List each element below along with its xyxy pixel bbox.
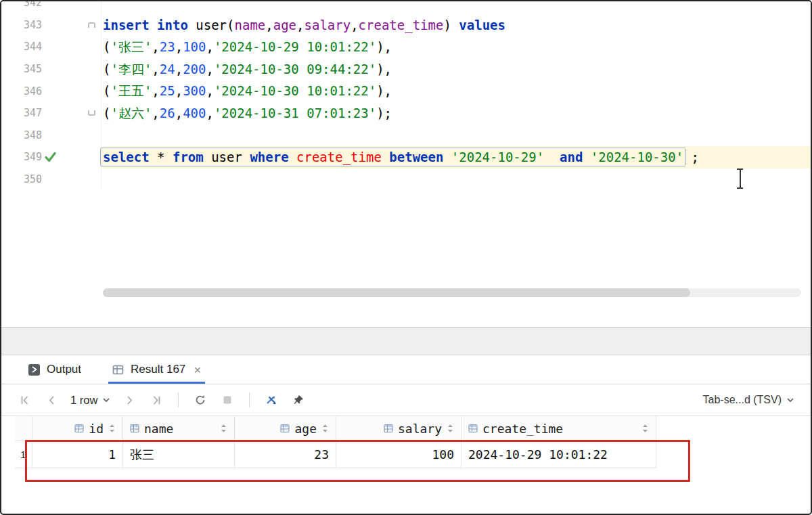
code-text[interactable]: ('张三',23,100,'2024-10-29 10:01:22'), — [102, 36, 811, 58]
last-page-button[interactable] — [146, 390, 166, 409]
column-header-label: id — [89, 422, 104, 436]
code-line[interactable]: 344('张三',23,100,'2024-10-29 10:01:22'), — [1, 36, 811, 58]
ide-window: 342343insert into user(name,age,salary,c… — [0, 0, 812, 515]
code-token: 26 — [160, 106, 175, 120]
editor-gutter[interactable]: 342 — [1, 1, 102, 14]
column-header-salary[interactable]: salary — [336, 416, 461, 441]
sort-icon[interactable] — [321, 424, 329, 433]
code-token: '2024-10-29' — [451, 150, 544, 164]
code-token: create_time — [296, 150, 382, 164]
column-header-create_time[interactable]: create_time — [461, 416, 656, 441]
horizontal-scrollbar[interactable] — [103, 288, 801, 297]
code-line[interactable]: 350 — [1, 169, 811, 191]
scrollbar-thumb[interactable] — [103, 288, 690, 297]
code-token: ( — [103, 39, 110, 54]
code-line[interactable]: 347('赵六',26,400,'2024-10-31 07:01:23'); — [1, 102, 811, 125]
code-line[interactable]: 349select * from user where create_time … — [1, 146, 811, 169]
column-icon — [280, 424, 290, 433]
line-number: 342 — [1, 1, 42, 9]
code-text[interactable]: ('李四',24,200,'2024-10-30 09:44:22'), — [102, 58, 811, 81]
column-icon — [384, 424, 393, 433]
toolbar-separator — [249, 393, 250, 407]
editor-gutter[interactable]: 345 — [1, 58, 102, 81]
tab-output[interactable]: Output — [24, 355, 85, 384]
cell-id[interactable]: 1 — [32, 441, 123, 468]
result-grid: idnameagesalarycreate_time11张三231002024-… — [15, 416, 656, 468]
editor-gutter[interactable]: 349 — [1, 146, 102, 169]
chevron-down-icon — [102, 396, 110, 404]
code-text[interactable]: ('赵六',26,400,'2024-10-31 07:01:23'); — [102, 102, 811, 125]
editor-gutter[interactable]: 350 — [1, 169, 102, 191]
sort-icon[interactable] — [108, 424, 116, 433]
pin-icon[interactable] — [288, 390, 309, 409]
sort-icon[interactable] — [220, 424, 227, 433]
gutter-icons — [42, 1, 101, 14]
code-token: , — [175, 39, 183, 54]
code-token: , — [206, 83, 213, 98]
next-page-button[interactable] — [119, 390, 139, 409]
page-size-dropdown[interactable]: 1 row — [70, 394, 110, 407]
cell-age[interactable]: 23 — [235, 441, 336, 468]
code-token: '李四' — [110, 62, 152, 76]
sort-icon[interactable] — [447, 424, 454, 433]
refresh-icon[interactable] — [190, 390, 210, 409]
code-token: select — [103, 150, 150, 164]
fold-marker-icon[interactable] — [88, 110, 95, 116]
gutter-icons — [42, 102, 101, 125]
fold-marker-icon[interactable] — [88, 22, 95, 28]
code-line[interactable]: 343insert into user(name,age,salary,crea… — [1, 14, 811, 37]
editor-gutter[interactable]: 344 — [1, 36, 102, 58]
previous-page-button[interactable] — [41, 390, 62, 409]
first-page-button[interactable] — [14, 390, 35, 409]
code-token: user( — [188, 18, 235, 32]
stop-icon[interactable] — [217, 390, 238, 409]
code-line[interactable]: 348 — [1, 125, 811, 147]
line-number: 346 — [1, 85, 42, 97]
table-row[interactable]: 11张三231002024-10-29 10:01:22 — [15, 441, 656, 468]
editor-gutter[interactable]: 347 — [1, 102, 102, 125]
code-token: '张三' — [110, 39, 152, 54]
editor-gutter[interactable]: 346 — [1, 80, 102, 102]
code-token — [289, 150, 296, 164]
code-text[interactable]: select * from user where create_time bet… — [102, 146, 811, 169]
row-number[interactable]: 1 — [15, 441, 32, 468]
compare-icon[interactable] — [261, 390, 281, 409]
sql-editor[interactable]: 342343insert into user(name,age,salary,c… — [1, 1, 811, 328]
code-line[interactable]: 345('李四',24,200,'2024-10-30 09:44:22'), — [1, 58, 811, 81]
code-token: salary — [304, 18, 351, 32]
gutter-icons — [42, 125, 101, 147]
result-toolbar: 1 row Tab-se...d — [1, 384, 811, 416]
statement-highlight-box: select * from user where create_time bet… — [100, 148, 686, 166]
editor-gutter[interactable]: 348 — [1, 125, 102, 147]
grid-header-row: idnameagesalarycreate_time — [15, 416, 656, 441]
column-header-id[interactable]: id — [32, 416, 123, 441]
cell-salary[interactable]: 100 — [336, 441, 461, 468]
line-number: 350 — [1, 173, 42, 185]
code-line[interactable]: 346('王五',25,300,'2024-10-30 10:01:22'), — [1, 80, 811, 102]
close-icon[interactable]: × — [194, 363, 201, 376]
code-text[interactable]: insert into user(name,age,salary,create_… — [102, 14, 811, 37]
tab-result-label: Result 167 — [131, 363, 185, 376]
cell-create_time[interactable]: 2024-10-29 10:01:22 — [461, 441, 656, 468]
column-header-label: salary — [398, 422, 442, 436]
code-token — [382, 150, 389, 164]
grid-corner-cell — [15, 416, 32, 441]
code-token: , — [206, 39, 213, 54]
editor-lines: 342343insert into user(name,age,salary,c… — [1, 1, 811, 190]
code-token: , — [206, 106, 213, 120]
tab-result[interactable]: Result 167 × — [108, 355, 205, 384]
cell-name[interactable]: 张三 — [123, 441, 235, 468]
column-header-name[interactable]: name — [123, 416, 235, 441]
code-line[interactable]: 342 — [1, 1, 811, 14]
code-token: 23 — [160, 39, 175, 54]
editor-gutter[interactable]: 343 — [1, 14, 102, 37]
code-token: 400 — [183, 106, 206, 120]
code-token: ); — [376, 106, 392, 120]
code-token: ( — [103, 83, 110, 98]
sort-icon[interactable] — [641, 424, 649, 433]
code-text[interactable]: ('王五',25,300,'2024-10-30 10:01:22'), — [102, 80, 811, 102]
column-header-age[interactable]: age — [235, 416, 336, 441]
code-token: age — [273, 18, 296, 32]
editor-panel-splitter[interactable] — [1, 328, 811, 355]
data-extractor-dropdown[interactable]: Tab-se...d (TSV) — [703, 394, 801, 406]
